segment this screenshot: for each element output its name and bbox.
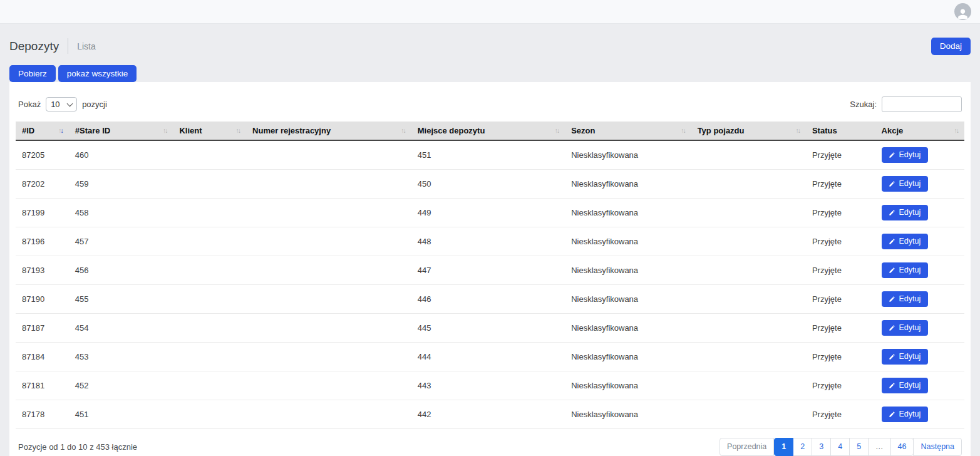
cell-akcje: Edytuj — [875, 285, 964, 314]
cell-status: Przyjęte — [806, 343, 875, 371]
column-header-typ-pojazdu[interactable]: ↑↓ Typ pojazdu — [691, 122, 806, 140]
edit-button[interactable]: Edytuj — [882, 205, 929, 221]
pencil-icon — [889, 324, 895, 331]
cell-id: 87181 — [16, 371, 69, 400]
cell-numer-rejestracyjny — [246, 371, 411, 400]
column-header-id[interactable]: ↑↓ #ID — [16, 122, 69, 140]
cell-klient — [173, 170, 246, 199]
table-row: 87187 454 445 Niesklasyfikowana Przyjęte… — [16, 314, 964, 343]
pencil-icon — [889, 267, 895, 274]
pencil-icon — [889, 296, 895, 303]
cell-numer-rejestracyjny — [246, 170, 411, 199]
cell-typ-pojazdu — [691, 256, 806, 285]
cell-akcje: Edytuj — [875, 343, 964, 371]
table-row: 87178 451 442 Niesklasyfikowana Przyjęte… — [16, 400, 964, 429]
table-row: 87184 453 444 Niesklasyfikowana Przyjęte… — [16, 343, 964, 371]
download-button[interactable]: Pobierz — [9, 65, 56, 83]
cell-klient — [173, 343, 246, 371]
edit-button[interactable]: Edytuj — [882, 291, 929, 308]
cell-klient — [173, 227, 246, 256]
edit-button[interactable]: Edytuj — [882, 407, 929, 423]
cell-status: Przyjęte — [806, 140, 875, 170]
cell-status: Przyjęte — [806, 170, 875, 199]
table-info: Pozycje od 1 do 10 z 453 łącznie — [18, 442, 137, 452]
sort-icon: ↑↓ — [401, 126, 405, 135]
cell-typ-pojazdu — [691, 285, 806, 314]
pagination-previous[interactable]: Poprzednia — [720, 438, 774, 456]
table-body: 87205 460 451 Niesklasyfikowana Przyjęte… — [16, 140, 964, 429]
pagination-page[interactable]: 5 — [849, 438, 869, 456]
cell-klient — [173, 256, 246, 285]
table-row: 87193 456 447 Niesklasyfikowana Przyjęte… — [16, 256, 964, 285]
cell-miejsce-depozytu: 451 — [411, 140, 565, 170]
edit-button[interactable]: Edytuj — [882, 378, 929, 394]
cell-klient — [173, 371, 246, 400]
table-row: 87190 455 446 Niesklasyfikowana Przyjęte… — [16, 285, 964, 314]
user-avatar-icon[interactable] — [954, 3, 971, 20]
edit-button[interactable]: Edytuj — [882, 176, 929, 192]
pencil-icon — [889, 411, 895, 418]
cell-akcje: Edytuj — [875, 256, 964, 285]
show-all-button[interactable]: pokaż wszystkie — [58, 65, 137, 83]
cell-stare-id: 451 — [69, 400, 173, 429]
column-header-akcje[interactable]: ↑↓ Akcje — [875, 122, 964, 140]
cell-klient — [173, 140, 246, 170]
cell-status: Przyjęte — [806, 371, 875, 400]
cell-miejsce-depozytu: 446 — [411, 285, 565, 314]
column-header-stare-id[interactable]: ↑↓ #Stare ID — [69, 122, 173, 140]
pagination-page[interactable]: 46 — [890, 438, 914, 456]
pagination-page[interactable]: 2 — [793, 438, 812, 456]
cell-miejsce-depozytu: 444 — [411, 343, 565, 371]
page-size-select[interactable]: 10 — [46, 97, 77, 111]
cell-stare-id: 452 — [69, 371, 173, 400]
breadcrumb: Depozyty Lista — [9, 38, 96, 54]
cell-numer-rejestracyjny — [246, 343, 411, 371]
sort-icon: ↑↓ — [163, 126, 167, 135]
table-row: 87199 458 449 Niesklasyfikowana Przyjęte… — [16, 199, 964, 227]
add-button[interactable]: Dodaj — [931, 38, 971, 55]
cell-stare-id: 458 — [69, 199, 173, 227]
sort-icon: ↑↓ — [236, 126, 240, 135]
cell-id: 87193 — [16, 256, 69, 285]
cell-typ-pojazdu — [691, 140, 806, 170]
cell-stare-id: 459 — [69, 170, 173, 199]
pagination-page[interactable]: 3 — [812, 438, 831, 456]
edit-button[interactable]: Edytuj — [882, 320, 929, 336]
cell-typ-pojazdu — [691, 199, 806, 227]
page-size-control: Pokaż 10 pozycji — [18, 97, 107, 111]
column-header-numer-rejestracyjny[interactable]: ↑↓ Numer rejestracyjny — [246, 122, 411, 140]
cell-akcje: Edytuj — [875, 371, 964, 400]
cell-typ-pojazdu — [691, 170, 806, 199]
cell-miejsce-depozytu: 442 — [411, 400, 565, 429]
edit-button[interactable]: Edytuj — [882, 349, 929, 365]
cell-typ-pojazdu — [691, 343, 806, 371]
cell-id: 87199 — [16, 199, 69, 227]
table-row: 87205 460 451 Niesklasyfikowana Przyjęte… — [16, 140, 964, 170]
table-card: Pokaż 10 pozycji Szukaj: ↑↓ — [9, 82, 971, 456]
search-input[interactable] — [882, 96, 962, 112]
edit-button[interactable]: Edytuj — [882, 262, 929, 279]
column-header-miejsce-depozytu[interactable]: ↑↓ Miejsce depozytu — [411, 122, 565, 140]
cell-numer-rejestracyjny — [246, 314, 411, 343]
column-header-klient[interactable]: ↑↓ Klient — [173, 122, 246, 140]
cell-miejsce-depozytu: 447 — [411, 256, 565, 285]
pagination-next[interactable]: Następna — [913, 438, 962, 456]
cell-sezon: Niesklasyfikowana — [565, 199, 691, 227]
pagination-page[interactable]: 4 — [830, 438, 850, 456]
pagination: Poprzednia 12345…46 Następna — [720, 438, 962, 456]
cell-id: 87205 — [16, 140, 69, 170]
column-header-sezon[interactable]: ↑↓ Sezon — [565, 122, 691, 140]
cell-sezon: Niesklasyfikowana — [565, 371, 691, 400]
cell-miejsce-depozytu: 443 — [411, 371, 565, 400]
cell-miejsce-depozytu: 449 — [411, 199, 565, 227]
column-header-status[interactable]: ↑↓ Status — [806, 122, 875, 140]
pencil-icon — [889, 152, 895, 158]
cell-status: Przyjęte — [806, 256, 875, 285]
pagination-page[interactable]: 1 — [774, 438, 793, 456]
pencil-icon — [889, 209, 895, 216]
edit-button[interactable]: Edytuj — [882, 234, 929, 250]
cell-sezon: Niesklasyfikowana — [565, 256, 691, 285]
edit-button[interactable]: Edytuj — [882, 147, 929, 163]
table-row: 87181 452 443 Niesklasyfikowana Przyjęte… — [16, 371, 964, 400]
cell-stare-id: 453 — [69, 343, 173, 371]
